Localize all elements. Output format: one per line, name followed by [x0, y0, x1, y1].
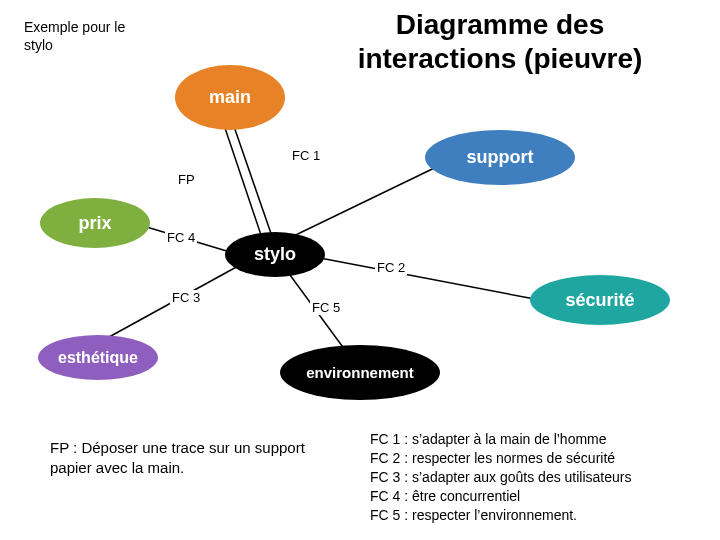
- node-main-label: main: [209, 87, 251, 108]
- legend-fc-list: FC 1 : s’adapter à la main de l’homme FC…: [370, 430, 700, 524]
- node-esthetique: esthétique: [38, 335, 158, 380]
- node-securite: sécurité: [530, 275, 670, 325]
- example-note-line2: stylo: [24, 37, 53, 53]
- edge-label-fc3: FC 3: [170, 290, 202, 305]
- edge-label-fc4: FC 4: [165, 230, 197, 245]
- node-prix: prix: [40, 198, 150, 248]
- node-support-label: support: [467, 147, 534, 168]
- example-note-line1: Exemple pour le: [24, 19, 125, 35]
- edge-label-fc2: FC 2: [375, 260, 407, 275]
- edge-label-fp: FP: [176, 172, 197, 187]
- node-esthetique-label: esthétique: [58, 349, 138, 367]
- edge-label-fc5: FC 5: [310, 300, 342, 315]
- diagram-stage: Exemple pour le stylo Diagramme des inte…: [0, 0, 720, 540]
- node-environnement-label: environnement: [306, 364, 414, 381]
- svg-line-3: [320, 258, 540, 300]
- legend-fc4: FC 4 : être concurrentiel: [370, 487, 700, 506]
- node-environnement: environnement: [280, 345, 440, 400]
- example-note: Exemple pour le stylo: [24, 18, 144, 54]
- legend-fc5: FC 5 : respecter l’environnement.: [370, 506, 700, 525]
- svg-line-2: [225, 128, 262, 238]
- node-securite-label: sécurité: [565, 290, 634, 311]
- svg-line-0: [230, 115, 275, 245]
- legend-fc3: FC 3 : s’adapter aux goûts des utilisate…: [370, 468, 700, 487]
- node-prix-label: prix: [78, 213, 111, 234]
- legend-fc1: FC 1 : s’adapter à la main de l’homme: [370, 430, 700, 449]
- legend-fc2: FC 2 : respecter les normes de sécurité: [370, 449, 700, 468]
- title-line2: interactions (pieuvre): [358, 43, 643, 74]
- legend-fp: FP : Déposer une trace sur un support pa…: [50, 438, 310, 477]
- title-line1: Diagramme des: [396, 9, 605, 40]
- node-stylo-label: stylo: [254, 244, 296, 265]
- node-stylo: stylo: [225, 232, 325, 277]
- edge-label-fc1: FC 1: [290, 148, 322, 163]
- node-support: support: [425, 130, 575, 185]
- node-main: main: [175, 65, 285, 130]
- page-title: Diagramme des interactions (pieuvre): [300, 8, 700, 75]
- svg-line-1: [275, 158, 455, 245]
